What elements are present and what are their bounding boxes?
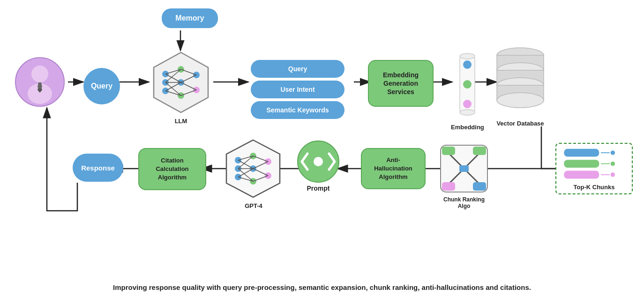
query-node: Query <box>83 68 120 104</box>
svg-point-57 <box>611 162 615 166</box>
gpt4-node: GPT-4 <box>223 138 284 199</box>
diagram-container: Query Memory <box>0 0 644 272</box>
llm-node: LLM <box>149 51 213 114</box>
chunk-ranking-node: Chunk Ranking Algo <box>438 143 490 209</box>
prompt-node: Prompt <box>297 141 339 192</box>
svg-point-44 <box>460 110 475 115</box>
topk-chunks-node: Top-K Chunks <box>555 143 633 194</box>
svg-point-51 <box>497 93 544 108</box>
arrows-svg <box>0 0 644 272</box>
svg-point-70 <box>314 157 323 166</box>
svg-rect-65 <box>473 147 486 155</box>
caption: Improving response quality with query pr… <box>113 283 531 291</box>
svg-point-43 <box>460 53 475 59</box>
svg-rect-66 <box>442 182 455 191</box>
query-pill: Query <box>251 60 344 78</box>
svg-point-15 <box>31 66 48 82</box>
svg-point-60 <box>611 172 615 177</box>
semantic-keywords-pill: Semantic Keywords <box>251 101 344 119</box>
svg-point-41 <box>463 80 472 89</box>
vector-database-node: Vector Database <box>494 42 546 127</box>
citation-calculation-node: Citation Calculation Algorithm <box>138 148 206 190</box>
anti-hallucination-node: Anti- Hallucination Algorithm <box>361 148 426 189</box>
svg-rect-67 <box>473 182 486 191</box>
embedding-generation-node: Embedding Generation Services <box>368 60 434 107</box>
response-node: Response <box>73 154 123 182</box>
embedding-node: Embedding <box>451 47 484 131</box>
memory-node: Memory <box>162 8 218 28</box>
svg-point-40 <box>463 60 472 69</box>
svg-point-42 <box>463 100 472 108</box>
svg-rect-68 <box>459 165 469 172</box>
svg-point-54 <box>611 150 615 155</box>
user-intent-pill: User Intent <box>251 81 344 98</box>
svg-rect-52 <box>564 149 599 157</box>
user-avatar <box>14 56 66 108</box>
svg-rect-64 <box>442 147 455 155</box>
svg-rect-58 <box>564 171 599 179</box>
svg-rect-55 <box>564 160 599 168</box>
